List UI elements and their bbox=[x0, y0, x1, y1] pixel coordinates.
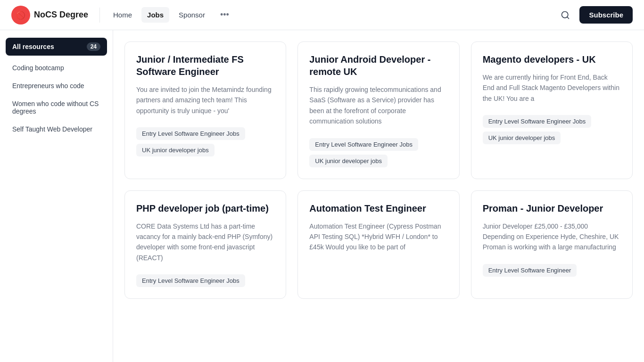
logo-icon: 🚫 bbox=[11, 6, 30, 25]
job-tags-2: Entry Level Software Engineer Jobs UK ju… bbox=[309, 138, 447, 167]
logo-text: NoCS Degree bbox=[34, 10, 88, 20]
nav-more[interactable]: ••• bbox=[215, 6, 235, 24]
job-title-5: Automation Test Engineer bbox=[309, 202, 447, 214]
job-card-5[interactable]: Automation Test Engineer Automation Test… bbox=[297, 190, 459, 299]
job-tag-1-0[interactable]: Entry Level Software Engineer Jobs bbox=[136, 127, 245, 140]
job-tag-2-1[interactable]: UK junior developer jobs bbox=[309, 155, 388, 167]
job-tag-6-0[interactable]: Entry Level Software Engineer bbox=[483, 264, 577, 277]
svg-text:🚫: 🚫 bbox=[16, 11, 25, 20]
job-title-2: Junior Android Developer - remote UK bbox=[309, 53, 447, 78]
job-desc-2: This rapidly growing telecommunications … bbox=[309, 84, 447, 127]
sidebar-item-self-taught[interactable]: Self Taught Web Developer bbox=[6, 121, 107, 138]
sidebar-item-coding-bootcamp[interactable]: Coding bootcamp bbox=[6, 59, 107, 76]
job-card-4[interactable]: PHP developer job (part-time) CORE Data … bbox=[124, 190, 286, 299]
job-desc-3: We are currently hiring for Front End, B… bbox=[483, 72, 621, 104]
subscribe-button[interactable]: Subscribe bbox=[579, 6, 633, 24]
page-layout: All resources 24 Coding bootcamp Entrepr… bbox=[0, 30, 644, 362]
job-card-6[interactable]: Proman - Junior Developer Junior Develop… bbox=[471, 190, 633, 299]
search-button[interactable] bbox=[557, 7, 574, 24]
job-desc-4: CORE Data Systems Ltd has a part-time va… bbox=[136, 221, 274, 263]
search-icon bbox=[561, 10, 570, 20]
main-content: Junior / Intermediate FS Software Engine… bbox=[113, 30, 644, 362]
job-tags-1: Entry Level Software Engineer Jobs UK ju… bbox=[136, 127, 274, 156]
job-tags-6: Entry Level Software Engineer bbox=[483, 264, 621, 277]
job-tag-3-0[interactable]: Entry Level Software Engineer Jobs bbox=[483, 115, 592, 128]
job-tags-4: Entry Level Software Engineer Jobs bbox=[136, 274, 274, 287]
logo[interactable]: 🚫 NoCS Degree bbox=[11, 6, 88, 25]
job-card-2[interactable]: Junior Android Developer - remote UK Thi… bbox=[297, 41, 459, 179]
job-title-3: Magento developers - UK bbox=[483, 53, 621, 66]
job-desc-5: Automation Test Engineer (Cypress Postma… bbox=[309, 221, 447, 253]
main-nav: Home Jobs Sponsor ••• bbox=[107, 6, 557, 24]
svg-line-3 bbox=[567, 16, 569, 18]
job-card-3[interactable]: Magento developers - UK We are currently… bbox=[471, 41, 633, 179]
job-tags-3: Entry Level Software Engineer Jobs UK ju… bbox=[483, 115, 621, 144]
sidebar: All resources 24 Coding bootcamp Entrepr… bbox=[0, 30, 113, 362]
job-card-1[interactable]: Junior / Intermediate FS Software Engine… bbox=[124, 41, 286, 179]
all-resources-count: 24 bbox=[87, 42, 100, 51]
job-tag-1-1[interactable]: UK junior developer jobs bbox=[136, 144, 215, 156]
header: 🚫 NoCS Degree Home Jobs Sponsor ••• Subs… bbox=[0, 0, 644, 30]
job-title-4: PHP developer job (part-time) bbox=[136, 202, 274, 214]
header-actions: Subscribe bbox=[557, 6, 633, 24]
job-title-6: Proman - Junior Developer bbox=[483, 202, 621, 214]
all-resources-button[interactable]: All resources 24 bbox=[6, 38, 107, 56]
sidebar-item-women-who-code[interactable]: Women who code without CS degrees bbox=[6, 95, 107, 120]
nav-sponsor[interactable]: Sponsor bbox=[173, 7, 211, 23]
job-desc-1: You are invited to join the Metamindz fo… bbox=[136, 84, 274, 116]
job-tag-2-0[interactable]: Entry Level Software Engineer Jobs bbox=[309, 138, 418, 151]
job-tag-3-1[interactable]: UK junior developer jobs bbox=[483, 132, 561, 144]
job-tag-4-0[interactable]: Entry Level Software Engineer Jobs bbox=[136, 274, 245, 287]
jobs-grid: Junior / Intermediate FS Software Engine… bbox=[124, 41, 633, 299]
job-desc-6: Junior Developer £25,000 - £35,000 Depen… bbox=[483, 221, 621, 253]
all-resources-label: All resources bbox=[12, 43, 54, 50]
sidebar-item-entrepreneurs[interactable]: Entrepreneurs who code bbox=[6, 77, 107, 94]
nav-home[interactable]: Home bbox=[107, 7, 138, 23]
job-title-1: Junior / Intermediate FS Software Engine… bbox=[136, 53, 274, 78]
header-divider bbox=[99, 8, 100, 23]
nav-jobs[interactable]: Jobs bbox=[141, 7, 169, 23]
